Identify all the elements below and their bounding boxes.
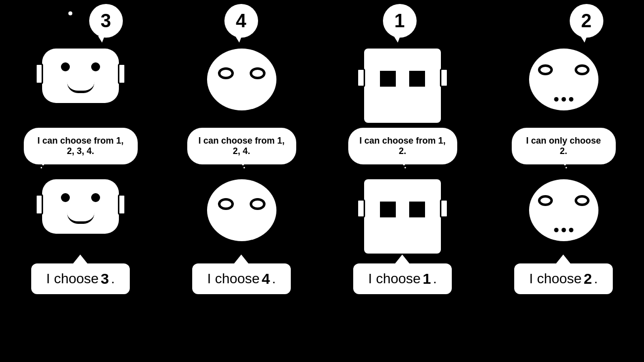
choice-label-3: I choose 1.	[353, 263, 451, 294]
main-scene: 3	[0, 0, 644, 362]
robot-4-speech-bubble: 2	[570, 4, 603, 38]
robot-2-body	[207, 49, 276, 110]
robot-3-body	[364, 49, 441, 123]
thought-row: I can choose from 1, 2, 3, 4. I can choo…	[0, 128, 644, 164]
label-col-1: I choose 3.	[6, 263, 155, 294]
thought-bubble-4: I can only choose 2.	[512, 128, 616, 164]
bottom-robot-col-1	[6, 179, 155, 254]
robot-col-1: 3	[6, 4, 155, 123]
choice-3-suffix: .	[433, 271, 437, 287]
thought-bubble-2: I can choose from 1, 2, 4.	[187, 128, 296, 164]
robot-col-3: 1	[328, 4, 477, 123]
bottom-robot-4-body	[529, 179, 598, 241]
thought-bubble-1: I can choose from 1, 2, 3, 4.	[24, 128, 138, 164]
bottom-robot-1-body	[42, 179, 119, 234]
thought-col-4: I can only choose 2.	[489, 128, 638, 164]
robot-2-number: 4	[236, 10, 246, 32]
thought-col-2: I can choose from 1, 2, 4.	[167, 128, 316, 164]
choice-label-2: I choose 4.	[192, 263, 290, 294]
label-col-4: I choose 2.	[489, 263, 638, 294]
robot-3-number: 1	[394, 10, 405, 32]
choice-3-prefix: I choose	[368, 271, 421, 287]
robot-1-body	[42, 49, 119, 103]
choice-4-prefix: I choose	[529, 271, 582, 287]
bottom-robot-3-body	[364, 179, 441, 254]
robot-3-speech-bubble: 1	[383, 4, 417, 38]
bottom-robot-row	[0, 179, 644, 254]
choice-2-suffix: .	[272, 271, 276, 287]
robot-1-speech-bubble: 3	[89, 4, 123, 38]
label-col-2: I choose 4.	[167, 263, 316, 294]
robot-4-body	[529, 49, 598, 110]
choice-1-suffix: .	[111, 271, 115, 287]
choice-4-suffix: .	[594, 271, 598, 287]
thought-bubble-3: I can choose from 1, 2.	[348, 128, 457, 164]
choice-label-4: I choose 2.	[514, 263, 612, 294]
choice-4-num: 2	[584, 270, 592, 287]
top-row: 3	[0, 0, 644, 123]
choice-2-num: 4	[262, 270, 270, 287]
robot-col-4: 2	[489, 4, 638, 123]
robot-4-number: 2	[581, 10, 591, 32]
thought-col-3: I can choose from 1, 2.	[328, 128, 477, 164]
robot-1-number: 3	[101, 10, 111, 32]
bottom-robot-col-4	[489, 179, 638, 254]
bottom-robot-col-3	[328, 179, 477, 254]
bottom-robot-2-body	[207, 179, 276, 241]
bottom-robot-col-2	[167, 179, 316, 254]
robot-col-2: 4	[167, 4, 316, 123]
choice-1-prefix: I choose	[46, 271, 99, 287]
robot-1-antenna-dot	[68, 11, 72, 15]
choice-1-num: 3	[101, 270, 109, 287]
label-row: I choose 3. I choose 4. I choose 1. I ch…	[0, 263, 644, 299]
choice-3-num: 1	[423, 270, 431, 287]
label-col-3: I choose 1.	[328, 263, 477, 294]
choice-label-1: I choose 3.	[31, 263, 129, 294]
thought-col-1: I can choose from 1, 2, 3, 4.	[6, 128, 155, 164]
robot-2-speech-bubble: 4	[224, 4, 258, 38]
choice-2-prefix: I choose	[207, 271, 260, 287]
